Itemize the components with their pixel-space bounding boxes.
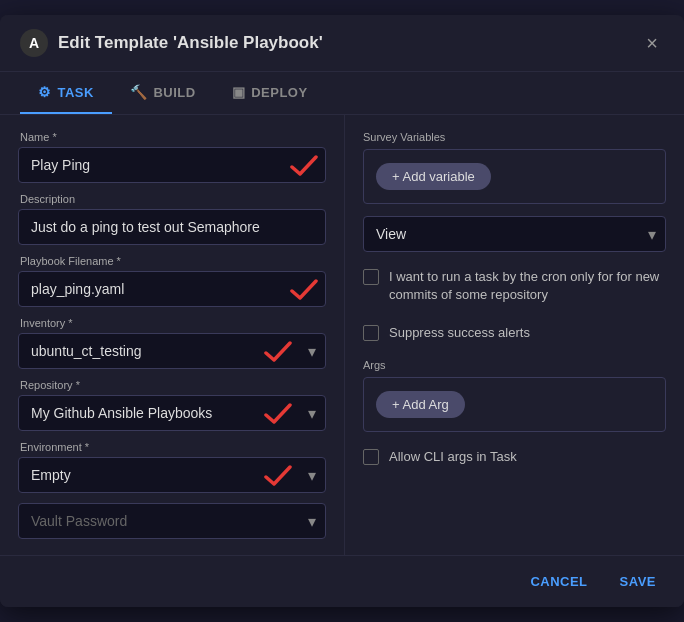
inventory-select[interactable]: ubuntu_ct_testing bbox=[18, 333, 326, 369]
add-arg-button[interactable]: + Add Arg bbox=[376, 391, 465, 418]
inventory-label: Inventory * bbox=[18, 317, 326, 329]
args-label: Args bbox=[363, 359, 666, 371]
suppress-checkbox-item: Suppress success alerts bbox=[363, 320, 666, 346]
cli-args-checkbox-label: Allow CLI args in Task bbox=[389, 448, 517, 466]
modal-footer: CANCEL SAVE bbox=[0, 555, 684, 607]
repository-label: Repository * bbox=[18, 379, 326, 391]
app-logo: A bbox=[20, 29, 48, 57]
tab-bar: ⚙ TASK 🔨 BUILD ▣ DEPLOY bbox=[0, 72, 684, 115]
description-label: Description bbox=[18, 193, 326, 205]
description-field-group: Description bbox=[18, 193, 326, 245]
survey-variables-box: + Add variable bbox=[363, 149, 666, 204]
tab-task-label: TASK bbox=[58, 85, 94, 100]
tab-task[interactable]: ⚙ TASK bbox=[20, 72, 112, 114]
vault-select[interactable]: Vault Password bbox=[18, 503, 326, 539]
modal-body: Name * Description Playbook Filename * bbox=[0, 115, 684, 555]
inventory-field-group: Inventory * ubuntu_ct_testing ▾ bbox=[18, 317, 326, 369]
save-button[interactable]: SAVE bbox=[612, 568, 664, 595]
right-panel: Survey Variables + Add variable View ▾ I… bbox=[345, 115, 684, 555]
survey-variables-section: Survey Variables + Add variable bbox=[363, 131, 666, 204]
name-input[interactable] bbox=[18, 147, 326, 183]
args-section: Args + Add Arg bbox=[363, 359, 666, 432]
environment-field-group: Environment * Empty ▾ bbox=[18, 441, 326, 493]
cron-checkbox-label: I want to run a task by the cron only fo… bbox=[389, 268, 666, 304]
cron-checkbox-item: I want to run a task by the cron only fo… bbox=[363, 264, 666, 308]
environment-select[interactable]: Empty bbox=[18, 457, 326, 493]
tab-deploy-label: DEPLOY bbox=[251, 85, 307, 100]
add-variable-button[interactable]: + Add variable bbox=[376, 163, 491, 190]
modal-title: Edit Template 'Ansible Playbook' bbox=[58, 33, 323, 53]
cron-checkbox[interactable] bbox=[363, 269, 379, 285]
inventory-select-wrapper: ubuntu_ct_testing ▾ bbox=[18, 333, 326, 369]
view-select[interactable]: View bbox=[363, 216, 666, 252]
repository-select[interactable]: My Github Ansible Playbooks bbox=[18, 395, 326, 431]
header-left: A Edit Template 'Ansible Playbook' bbox=[20, 29, 323, 57]
environment-label: Environment * bbox=[18, 441, 326, 453]
tab-build[interactable]: 🔨 BUILD bbox=[112, 72, 214, 114]
close-button[interactable]: × bbox=[640, 31, 664, 55]
playbook-label: Playbook Filename * bbox=[18, 255, 326, 267]
vault-field-group: Vault Password ▾ bbox=[18, 503, 326, 539]
environment-select-wrapper: Empty ▾ bbox=[18, 457, 326, 493]
suppress-checkbox-label: Suppress success alerts bbox=[389, 324, 530, 342]
args-box: + Add Arg bbox=[363, 377, 666, 432]
task-icon: ⚙ bbox=[38, 84, 52, 100]
cancel-button[interactable]: CANCEL bbox=[522, 568, 595, 595]
edit-template-modal: A Edit Template 'Ansible Playbook' × ⚙ T… bbox=[0, 15, 684, 607]
deploy-icon: ▣ bbox=[232, 84, 246, 100]
playbook-field-group: Playbook Filename * bbox=[18, 255, 326, 307]
cli-args-checkbox[interactable] bbox=[363, 449, 379, 465]
name-label: Name * bbox=[18, 131, 326, 143]
tab-deploy[interactable]: ▣ DEPLOY bbox=[214, 72, 326, 114]
modal-header: A Edit Template 'Ansible Playbook' × bbox=[0, 15, 684, 72]
tab-build-label: BUILD bbox=[153, 85, 195, 100]
name-field-group: Name * bbox=[18, 131, 326, 183]
description-input[interactable] bbox=[18, 209, 326, 245]
left-panel: Name * Description Playbook Filename * bbox=[0, 115, 345, 555]
build-icon: 🔨 bbox=[130, 84, 148, 100]
repository-select-wrapper: My Github Ansible Playbooks ▾ bbox=[18, 395, 326, 431]
survey-variables-label: Survey Variables bbox=[363, 131, 666, 143]
view-select-wrapper: View ▾ bbox=[363, 216, 666, 252]
playbook-input[interactable] bbox=[18, 271, 326, 307]
repository-field-group: Repository * My Github Ansible Playbooks… bbox=[18, 379, 326, 431]
suppress-checkbox[interactable] bbox=[363, 325, 379, 341]
cli-args-checkbox-item: Allow CLI args in Task bbox=[363, 444, 666, 470]
